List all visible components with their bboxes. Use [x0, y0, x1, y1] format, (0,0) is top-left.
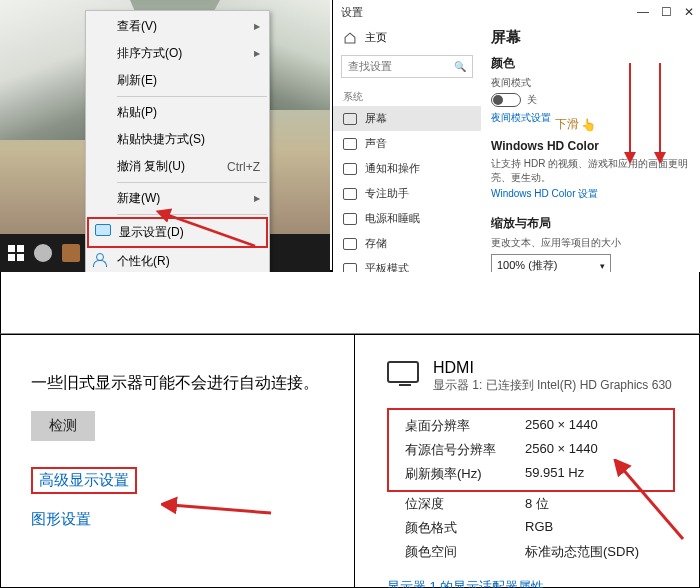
scale-desc: 更改文本、应用等项目的大小: [491, 236, 690, 250]
svg-line-4: [621, 467, 683, 539]
scroll-annotation: 下滑 👆: [555, 116, 596, 133]
hdmi-label: HDMI: [433, 359, 672, 377]
display-icon: [343, 113, 357, 125]
nav-sound[interactable]: 声音: [333, 131, 481, 156]
nav-focus[interactable]: 专注助手: [333, 181, 481, 206]
annotation-arrow: [161, 487, 281, 527]
adapter-link[interactable]: 显示器 1 的显示适配器属性: [387, 578, 693, 588]
maximize-button[interactable]: ☐: [661, 5, 672, 19]
start-button[interactable]: [8, 245, 24, 261]
nav-display[interactable]: 屏幕: [333, 106, 481, 131]
annotation-arrow: [613, 459, 693, 549]
old-monitor-text: 一些旧式显示器可能不会进行自动连接。: [31, 371, 342, 395]
scale-select[interactable]: 100% (推荐) ▾: [491, 254, 611, 272]
detect-button[interactable]: 检测: [31, 411, 95, 441]
notify-icon: [343, 163, 357, 175]
svg-line-3: [171, 505, 271, 513]
focus-icon: [343, 188, 357, 200]
home-icon: [343, 31, 357, 45]
nav-category: 系统: [333, 84, 481, 106]
ctx-sort[interactable]: 排序方式(O): [87, 40, 268, 67]
monitor-icon: [95, 224, 111, 236]
power-icon: [343, 213, 357, 225]
monitor-desc: 显示器 1: 已连接到 Intel(R) HD Graphics 630: [433, 377, 672, 394]
ctx-paste-shortcut[interactable]: 粘贴快捷方式(S): [87, 126, 268, 153]
close-button[interactable]: ✕: [684, 5, 694, 19]
search-icon: 🔍: [454, 61, 466, 72]
nav-storage[interactable]: 存储: [333, 231, 481, 256]
ctx-paste[interactable]: 粘贴(P): [87, 99, 268, 126]
nav-power[interactable]: 电源和睡眠: [333, 206, 481, 231]
window-title: 设置: [341, 5, 363, 20]
nav-search[interactable]: 查找设置 🔍: [341, 55, 473, 78]
annotation-arrow: [620, 58, 680, 168]
night-mode-toggle[interactable]: [491, 93, 521, 107]
nav-notifications[interactable]: 通知和操作: [333, 156, 481, 181]
scale-heading: 缩放与布局: [491, 215, 690, 232]
monitor-icon: [387, 361, 419, 383]
settings-nav: 主页 查找设置 🔍 系统 屏幕 声音 通知和操作 专注助手 电源和睡眠 存储 平…: [333, 24, 481, 272]
chevron-down-icon: ▾: [600, 261, 605, 271]
page-title: 屏幕: [491, 28, 690, 47]
annotation-arrow: [155, 196, 265, 256]
svg-line-0: [165, 214, 255, 246]
divider-gap: [0, 272, 700, 334]
nav-home[interactable]: 主页: [333, 26, 481, 49]
advanced-display-link[interactable]: 高级显示设置: [39, 471, 129, 488]
person-icon: [93, 253, 109, 265]
hdcolor-link[interactable]: Windows HD Color 设置: [491, 187, 690, 201]
hand-icon: 👆: [581, 118, 596, 132]
info-row: 桌面分辨率2560 × 1440: [389, 414, 671, 438]
sound-icon: [343, 138, 357, 150]
ctx-view[interactable]: 查看(V): [87, 13, 268, 40]
taskbar-icon[interactable]: [34, 244, 52, 262]
taskbar-icon[interactable]: [62, 244, 80, 262]
minimize-button[interactable]: —: [637, 5, 649, 19]
storage-icon: [343, 238, 357, 250]
ctx-refresh[interactable]: 刷新(E): [87, 67, 268, 94]
ctx-undo[interactable]: 撤消 复制(U)Ctrl+Z: [87, 153, 268, 180]
